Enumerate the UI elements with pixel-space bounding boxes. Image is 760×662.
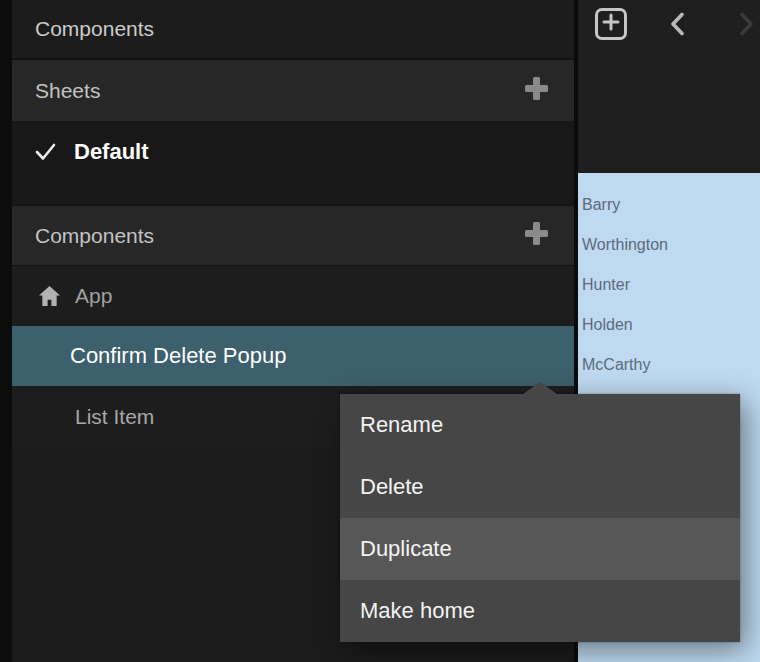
component-item-label: List Item [12,405,154,429]
menu-item-make-home[interactable]: Make home [340,580,740,642]
plus-box-icon [602,13,620,35]
plus-icon [525,222,548,249]
component-item-confirm-delete-popup[interactable]: Confirm Delete Popup [12,326,574,386]
add-sheet-button[interactable] [516,71,556,111]
plus-icon [525,77,548,104]
menu-item-duplicate[interactable]: Duplicate [340,518,740,580]
list-item: Hunter [582,265,760,305]
chevron-left-icon [669,12,685,40]
sheet-item-label: Default [74,139,149,165]
menu-item-rename[interactable]: Rename [340,394,740,456]
list-item-text: McCarthy [582,356,650,374]
sheet-item-default[interactable]: Default [12,121,574,183]
add-component-button[interactable] [516,216,556,256]
components-panel-title: Components [12,17,154,41]
components-section-header: Components [12,205,574,266]
list-item-text: Worthington [582,236,668,254]
component-item-label: App [75,284,112,308]
list-item: Barry [582,185,760,225]
home-icon [38,285,61,307]
sheets-section-title: Sheets [12,79,100,103]
context-menu-arrow [523,382,557,394]
list-item-text: Holden [582,316,633,334]
components-section-title: Components [12,224,154,248]
chevron-right-icon [739,12,755,40]
forward-button[interactable] [736,13,758,39]
check-icon [35,143,56,161]
preview-toolbar [578,0,760,173]
menu-item-delete[interactable]: Delete [340,456,740,518]
context-menu: Rename Delete Duplicate Make home [340,394,740,642]
components-panel-header: Components [12,0,574,60]
left-edge-strip [0,0,12,662]
list-item-text: Hunter [582,276,630,294]
sheets-list: Default [12,121,574,205]
component-item-app[interactable]: App [12,266,574,326]
list-item: Worthington [582,225,760,265]
component-item-label: Confirm Delete Popup [12,343,286,369]
list-item: Holden [582,305,760,345]
sheets-section-header: Sheets [12,60,574,121]
list-item: McCarthy [582,345,760,385]
add-page-button[interactable] [595,8,627,40]
app-window: Components Sheets Defaul [0,0,760,662]
list-item-text: Barry [582,196,620,214]
back-button[interactable] [666,13,688,39]
